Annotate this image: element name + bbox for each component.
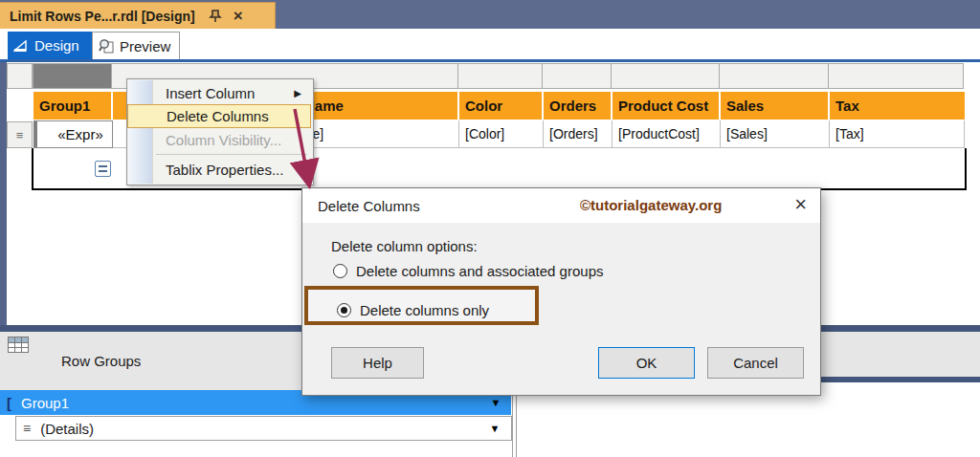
column-handle-selected[interactable] <box>33 63 112 89</box>
column-groups-area <box>821 332 980 457</box>
pin-icon[interactable] <box>209 9 222 23</box>
menu-item-column-visibility-label: Column Visibility... <box>166 132 281 148</box>
highlight-box: Delete columns only <box>304 286 539 325</box>
tab-preview[interactable]: Preview <box>92 32 180 59</box>
data-cell-product-cost[interactable]: [ProductCost] <box>612 120 721 148</box>
row-grip-icon: ≡ <box>16 128 24 142</box>
tab-design[interactable]: Design <box>8 32 92 59</box>
submenu-arrow-icon: ▶ <box>294 88 301 98</box>
radio-groups-label: Delete columns and associated groups <box>356 263 604 279</box>
tab-preview-label: Preview <box>120 38 170 54</box>
details-grip-icon: ≡ <box>23 421 31 436</box>
pane-splitter[interactable] <box>512 390 517 457</box>
header-cell-sales[interactable]: Sales <box>721 92 830 120</box>
column-handle[interactable] <box>458 63 543 89</box>
data-cell-color[interactable]: [Color] <box>459 120 544 148</box>
radio-dot-icon[interactable] <box>337 303 351 317</box>
radio-delete-columns-only[interactable]: Delete columns only <box>337 302 489 318</box>
header-cell-group1[interactable]: Group1 <box>33 92 113 120</box>
dialog-titlebar: Delete Columns <box>302 188 820 223</box>
menu-item-column-visibility: Column Visibility... <box>127 128 311 151</box>
context-menu: Insert Column ▶ Delete Columns Column Vi… <box>126 78 314 185</box>
preview-magnifier-icon <box>99 38 115 54</box>
menu-item-insert-column-label: Insert Column <box>166 85 255 101</box>
radio-only-label: Delete columns only <box>360 302 489 318</box>
document-tab[interactable]: Limit Rows Pe...r.rdl [Design] × <box>0 2 276 29</box>
row-group-group1-label: Group1 <box>21 395 69 411</box>
header-cell-orders[interactable]: Orders <box>544 92 612 120</box>
column-handle[interactable] <box>543 63 612 89</box>
tab-design-label: Design <box>34 37 79 54</box>
row-handle[interactable]: ≡ <box>7 121 33 148</box>
row-groups-title: Row Groups <box>61 353 141 369</box>
design-ruler-icon <box>13 38 30 54</box>
row-group-item-details[interactable]: ≡ (Details) ▼ <box>15 416 512 441</box>
menu-item-delete-columns[interactable]: Delete Columns <box>127 104 311 128</box>
dialog-prompt: Delete column options: <box>331 238 478 254</box>
column-groups-header <box>821 332 980 377</box>
document-tab-title: Limit Rows Pe...r.rdl [Design] <box>10 9 195 24</box>
menu-separator <box>156 154 307 155</box>
data-cell-sales[interactable]: [Sales] <box>721 120 830 148</box>
column-handle[interactable] <box>612 63 720 89</box>
column-handle[interactable] <box>829 63 964 89</box>
cancel-button[interactable]: Cancel <box>707 347 804 379</box>
column-groups-divider <box>821 377 980 382</box>
watermark: ©tutorialgateway.org <box>580 197 722 213</box>
header-cell-tax[interactable]: Tax <box>830 92 965 120</box>
group-bracket-icon: [ <box>7 395 11 411</box>
document-tab-close-icon[interactable]: × <box>234 9 243 23</box>
menu-item-tablix-properties[interactable]: Tablix Properties... <box>127 158 311 181</box>
menu-item-insert-column[interactable]: Insert Column ▶ <box>127 81 311 104</box>
radio-delete-columns-and-groups[interactable]: Delete columns and associated groups <box>333 263 604 279</box>
details-dropdown-icon[interactable]: ▼ <box>482 417 507 440</box>
delete-columns-dialog: Delete Columns ©tutorialgateway.org × De… <box>301 187 821 396</box>
menu-item-delete-columns-label: Delete Columns <box>167 108 269 124</box>
data-cell-orders[interactable]: [Orders] <box>544 120 612 148</box>
data-cell-tax[interactable]: [Tax] <box>830 120 965 148</box>
properties-icon <box>95 161 111 177</box>
menu-item-tablix-properties-label: Tablix Properties... <box>166 162 283 178</box>
dialog-close-icon[interactable]: × <box>794 191 807 218</box>
help-button[interactable]: Help <box>331 347 424 379</box>
row-group-details-label: (Details) <box>40 421 94 437</box>
ok-button[interactable]: OK <box>598 347 695 379</box>
column-handle[interactable] <box>720 63 829 89</box>
radio-circle-icon[interactable] <box>333 264 347 278</box>
view-tabstrip: Design Preview <box>0 29 980 59</box>
data-cell-group-expr[interactable]: «Expr» <box>33 120 113 148</box>
table-grid-icon <box>8 337 29 353</box>
header-cell-product-cost[interactable]: Product Cost <box>612 92 721 120</box>
window-titlebar: Limit Rows Pe...r.rdl [Design] × <box>0 0 980 29</box>
table-corner-handle[interactable] <box>7 63 33 89</box>
dialog-title: Delete Columns <box>318 198 420 214</box>
header-cell-color[interactable]: Color <box>459 92 544 120</box>
